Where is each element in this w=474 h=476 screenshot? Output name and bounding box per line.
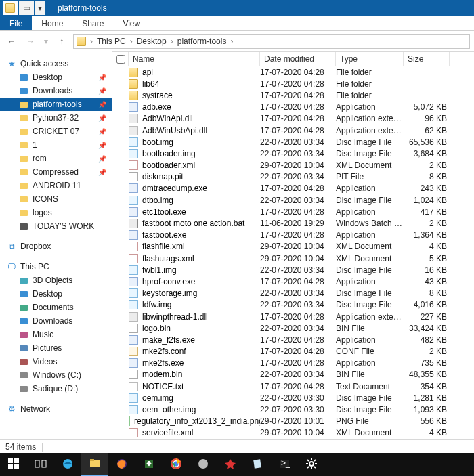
ribbon-tab-share[interactable]: Share (72, 16, 113, 30)
tree-pc-item[interactable]: Downloads (0, 314, 112, 328)
tree-quick-item[interactable]: 1📌 (0, 138, 112, 152)
taskbar-app-a[interactable] (190, 453, 217, 476)
back-button[interactable]: ← (4, 34, 19, 49)
recent-dropdown[interactable]: ▾ (42, 34, 50, 49)
tree-pc-item[interactable]: Documents (0, 301, 112, 314)
file-row[interactable]: lib64 17-07-2020 04:28 File folder (112, 78, 474, 89)
file-row[interactable]: oem.img 22-07-2020 03:30 Disc Image File… (112, 392, 474, 404)
taskbar-idm[interactable] (135, 453, 163, 476)
file-row[interactable]: mke2fs.conf 17-07-2020 04:28 CONF File 2… (112, 346, 474, 358)
file-row[interactable]: libwinpthread-1.dll 17-07-2020 04:28 App… (112, 311, 474, 322)
tree-quick-item[interactable]: TODAY'S WORK (0, 219, 112, 233)
taskbar-terminal[interactable]: >_ (271, 453, 298, 476)
tree-pc-item[interactable]: Windows (C:) (0, 368, 112, 382)
file-row[interactable]: keystorage.img 22-07-2020 03:34 Disc Ima… (112, 288, 474, 299)
taskbar-settings[interactable] (298, 453, 325, 476)
tree-label: Pictures (33, 343, 62, 353)
tree-pc-item[interactable]: 3D Objects (0, 274, 112, 287)
file-row[interactable]: servicefile.xml 29-07-2020 10:04 XML Doc… (112, 427, 474, 439)
file-row[interactable]: fwbl1.img 22-07-2020 03:34 Disc Image Fi… (112, 264, 474, 276)
file-row[interactable]: AdbWinApi.dll 17-07-2020 04:28 Applicati… (112, 113, 474, 125)
tree-quick-item[interactable]: rom📌 (0, 152, 112, 165)
qat-properties-icon[interactable]: ▭ (19, 1, 34, 15)
svg-rect-19 (20, 372, 28, 378)
tree-pc-item[interactable]: Pictures (0, 341, 112, 355)
taskbar-start[interactable] (0, 453, 27, 476)
crumb-this-pc[interactable]: This PC (97, 37, 126, 46)
tree-quick-item[interactable]: Desktop📌 (0, 70, 112, 84)
file-name: bootloader.img (142, 149, 196, 158)
file-row[interactable]: dtbo.img 22-07-2020 03:34 Disc Image Fil… (112, 194, 474, 206)
tree-pc-item[interactable]: Videos (0, 355, 112, 368)
crumb-platform-tools[interactable]: platform-tools (177, 37, 227, 46)
file-size: 65,536 KB (404, 137, 447, 147)
file-row[interactable]: oem_other.img 22-07-2020 03:30 Disc Imag… (112, 404, 474, 415)
address-bar[interactable]: › This PC › Desktop › platform-tools › (73, 34, 470, 49)
ribbon-tab-home[interactable]: Home (32, 16, 72, 30)
tree-pc-item[interactable]: Music (0, 328, 112, 341)
file-row[interactable]: NOTICE.txt 17-07-2020 04:28 Text Documen… (112, 381, 474, 392)
qat-folder-icon[interactable] (3, 1, 18, 15)
col-date[interactable]: Date modified (260, 52, 336, 66)
taskbar-file-explorer[interactable] (81, 453, 108, 476)
tree-quick-item[interactable]: Python37-32📌 (0, 111, 112, 125)
file-row[interactable]: fastboot.exe 17-07-2020 04:28 Applicatio… (112, 230, 474, 241)
col-type[interactable]: Type (336, 52, 404, 66)
file-row[interactable]: logo.bin 22-07-2020 03:34 BIN File 33,42… (112, 322, 474, 334)
forward-button[interactable]: → (23, 34, 38, 49)
taskbar-app-c[interactable] (244, 453, 271, 476)
tree-quick-item[interactable]: Downloads📌 (0, 84, 112, 98)
up-button[interactable]: ↑ (54, 34, 69, 49)
file-row[interactable]: fastboot moto one action.bat 11-06-2020 … (112, 217, 474, 229)
ribbon-file[interactable]: File (0, 16, 32, 30)
drive-icon (19, 384, 28, 393)
file-row[interactable]: bootloader.xml 29-07-2020 10:04 XML Docu… (112, 160, 474, 171)
file-type: Application (336, 102, 404, 112)
chevron-right-icon[interactable]: › (87, 37, 95, 46)
tree-quick-item[interactable]: CRICKET 07📌 (0, 125, 112, 138)
file-row[interactable]: mke2fs.exe 17-07-2020 04:28 Application … (112, 358, 474, 369)
file-row[interactable]: bootloader.img 22-07-2020 03:34 Disc Ima… (112, 148, 474, 159)
file-row[interactable]: adb.exe 17-07-2020 04:28 Application 5,0… (112, 102, 474, 113)
file-row[interactable]: regulatory_info_xt2013_2_india.png 29-07… (112, 416, 474, 427)
chevron-right-icon[interactable]: › (228, 37, 236, 46)
col-name[interactable]: Name (129, 52, 260, 66)
file-row[interactable]: etc1tool.exe 17-07-2020 04:28 Applicatio… (112, 206, 474, 217)
tree-network[interactable]: ⚙Network (0, 402, 112, 416)
qat-dropdown-icon[interactable]: ▾ (35, 1, 45, 15)
file-row[interactable]: AdbWinUsbApi.dll 17-07-2020 04:28 Applic… (112, 125, 474, 136)
file-row[interactable]: modem.bin 22-07-2020 03:34 BIN File 48,3… (112, 369, 474, 381)
tree-quick-item[interactable]: ANDROID 11 (0, 179, 112, 192)
file-row[interactable]: ldfw.img 22-07-2020 03:34 Disc Image Fil… (112, 299, 474, 311)
taskbar-edge[interactable] (54, 453, 81, 476)
tree-quick-access[interactable]: ★Quick access (0, 57, 112, 70)
tree-quick-item[interactable]: ICONS (0, 192, 112, 206)
file-row[interactable]: systrace 17-07-2020 04:28 File folder (112, 89, 474, 101)
tree-this-pc[interactable]: 🖵This PC (0, 260, 112, 274)
file-row[interactable]: make_f2fs.exe 17-07-2020 04:28 Applicati… (112, 334, 474, 345)
taskbar-chrome[interactable] (163, 453, 190, 476)
chevron-right-icon[interactable]: › (168, 37, 176, 46)
tree-dropbox[interactable]: ⧉Dropbox (0, 240, 112, 253)
taskbar-firefox[interactable] (108, 453, 135, 476)
file-row[interactable]: dmtracedump.exe 17-07-2020 04:28 Applica… (112, 183, 474, 194)
select-all-checkbox[interactable] (112, 52, 129, 66)
file-row[interactable]: flashfile.xml 29-07-2020 10:04 XML Docum… (112, 241, 474, 253)
taskbar-app-b[interactable] (217, 453, 244, 476)
file-row[interactable]: boot.img 22-07-2020 03:34 Disc Image Fil… (112, 136, 474, 148)
ribbon-tab-view[interactable]: View (113, 16, 150, 30)
file-row[interactable]: hprof-conv.exe 17-07-2020 04:28 Applicat… (112, 276, 474, 287)
tree-quick-item[interactable]: Compressed📌 (0, 165, 112, 179)
file-row[interactable]: flashutags.xml 29-07-2020 10:04 XML Docu… (112, 253, 474, 264)
tree-pc-item[interactable]: Sadique (D:) (0, 382, 112, 395)
tree-pc-item[interactable]: Desktop (0, 287, 112, 301)
col-size[interactable]: Size (404, 52, 450, 66)
tree-quick-item[interactable]: logos (0, 206, 112, 219)
file-row[interactable]: api 17-07-2020 04:28 File folder (112, 66, 474, 78)
tree-label: Downloads (33, 86, 72, 95)
taskbar-task-view[interactable] (27, 453, 54, 476)
tree-quick-item[interactable]: platform-tools📌 (0, 98, 112, 111)
chevron-right-icon[interactable]: › (127, 37, 135, 46)
file-row[interactable]: diskmap.pit 22-07-2020 03:34 PIT File 8 … (112, 171, 474, 183)
crumb-desktop[interactable]: Desktop (137, 37, 167, 46)
